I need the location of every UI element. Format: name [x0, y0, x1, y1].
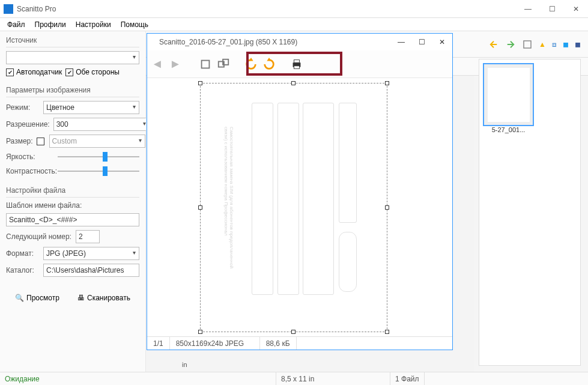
preview-close-button[interactable]: ✕: [432, 34, 452, 50]
prev-page-icon[interactable]: ◄: [151, 58, 164, 71]
duplex-checkbox[interactable]: ✔Обе стороны: [65, 68, 120, 76]
image-params-title: Параметры изображения: [6, 86, 139, 97]
preview-app-icon: [151, 38, 159, 46]
autofeeder-checkbox[interactable]: ✔Автоподатчик: [6, 68, 62, 76]
app-icon: [4, 4, 13, 14]
preview-maximize-button[interactable]: ☐: [411, 34, 432, 50]
window-title: Scanitto Pro: [17, 5, 516, 13]
mode-label: Режим:: [6, 103, 40, 112]
maximize-button[interactable]: ☐: [540, 1, 564, 17]
preview-label: Просмотр: [26, 294, 59, 302]
preview-statusbar: 1/1 850x1169x24b JPEG 88,6 кБ: [147, 336, 452, 350]
preview-filesize: 88,6 кБ: [260, 337, 297, 350]
source-group: Источник ✔Автоподатчик ✔Обе стороны: [6, 36, 139, 80]
preview-page: 1/1: [147, 337, 170, 350]
thumbnail-caption: 5-27_001...: [483, 126, 534, 133]
thumbnail-image: [483, 63, 534, 126]
close-button[interactable]: ✕: [564, 1, 588, 17]
next-page-icon[interactable]: ►: [169, 58, 182, 71]
scan-button[interactable]: 🖶Сканировать: [74, 291, 134, 305]
brightness-label: Яркость:: [6, 153, 54, 161]
status-filecount: 1 Файл: [390, 372, 425, 385]
status-papersize: 8,5 x 11 in: [276, 372, 390, 385]
size-select[interactable]: [49, 135, 145, 148]
facebook-icon[interactable]: ◼: [575, 40, 581, 49]
res-select[interactable]: [53, 118, 150, 131]
nextnum-label: Следующий номер:: [6, 232, 72, 241]
file-settings-group: Настройки файла Шаблон имени файла: След…: [6, 186, 139, 280]
format-select[interactable]: [43, 247, 139, 260]
main-titlebar: Scanitto Pro — ☐ ✕: [0, 0, 588, 18]
svg-rect-0: [524, 41, 531, 48]
mode-select[interactable]: [43, 101, 139, 114]
nextnum-field[interactable]: [76, 230, 100, 243]
thumbnail-strip: 5-27_001...: [479, 59, 581, 366]
svg-rect-1: [202, 60, 210, 68]
source-select[interactable]: [6, 51, 139, 64]
undo-icon[interactable]: [488, 39, 499, 50]
fit-icon[interactable]: [522, 39, 533, 50]
autofeeder-label: Автоподатчик: [16, 68, 62, 76]
crop-icon[interactable]: [199, 58, 212, 71]
ruler-unit: in: [182, 361, 187, 368]
magnifier-icon: 🔍: [15, 294, 24, 302]
preview-button[interactable]: 🔍Просмотр: [11, 291, 63, 305]
scan-label: Сканировать: [87, 294, 130, 302]
folder-field[interactable]: [43, 264, 139, 277]
source-title: Источник: [6, 36, 139, 47]
contrast-slider[interactable]: [58, 171, 139, 172]
size-lock-checkbox[interactable]: [37, 138, 44, 145]
size-label: Размер:: [6, 137, 33, 145]
preview-body: Самостоятельная замена SIM (для абоненто…: [147, 78, 452, 336]
preview-window: Scanitto_2016-05-27_001.jpg (850 X 1169)…: [147, 33, 453, 350]
gdrive-icon[interactable]: ▲: [539, 40, 546, 49]
dropbox-icon[interactable]: ⧈: [552, 40, 557, 49]
minimize-button[interactable]: —: [516, 1, 540, 17]
brightness-slider[interactable]: [58, 156, 139, 157]
menu-profiles[interactable]: Профили: [31, 19, 70, 30]
menubar: Файл Профили Настройки Помощь: [0, 18, 588, 31]
preview-toolbar: ◄ ►: [147, 50, 452, 78]
preview-dims: 850x1169x24b JPEG: [170, 337, 260, 350]
image-params-group: Параметры изображения Режим: Разрешение:…: [6, 86, 139, 180]
menu-file[interactable]: Файл: [4, 19, 29, 30]
format-label: Формат:: [6, 249, 40, 258]
contrast-label: Контрастность:: [6, 167, 54, 175]
document-crop-area[interactable]: Самостоятельная замена SIM (для абоненто…: [200, 83, 387, 332]
thumbnail-item[interactable]: 5-27_001...: [483, 63, 534, 133]
menu-settings[interactable]: Настройки: [72, 19, 115, 30]
statusbar: Ожидание 8,5 x 11 in 1 Файл: [0, 372, 588, 385]
res-label: Разрешение:: [6, 120, 50, 129]
resize-icon[interactable]: [217, 58, 230, 71]
template-field[interactable]: [6, 213, 139, 226]
duplex-label: Обе стороны: [76, 68, 120, 76]
scanner-icon: 🖶: [77, 294, 85, 302]
template-label: Шаблон имени файла:: [6, 201, 82, 210]
preview-titlebar: Scanitto_2016-05-27_001.jpg (850 X 1169)…: [147, 34, 452, 50]
document-image: Самостоятельная замена SIM (для абоненто…: [219, 97, 363, 313]
file-settings-title: Настройки файла: [6, 186, 139, 198]
preview-title-text: Scanitto_2016-05-27_001.jpg (850 X 1169): [159, 38, 391, 46]
menu-help[interactable]: Помощь: [117, 19, 152, 30]
sidebar: Источник ✔Автоподатчик ✔Обе стороны Пара…: [0, 31, 146, 372]
folder-label: Каталог:: [6, 266, 40, 274]
highlight-box: [246, 52, 342, 76]
preview-minimize-button[interactable]: —: [391, 34, 411, 50]
status-state: Ожидание: [0, 372, 276, 385]
redo-icon[interactable]: [505, 39, 516, 50]
twitter-icon[interactable]: ◼: [563, 40, 569, 49]
